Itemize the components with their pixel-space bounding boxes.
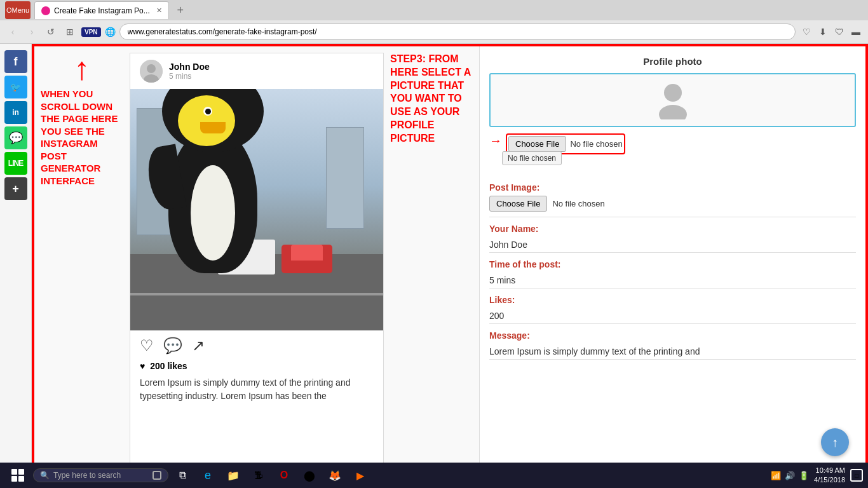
main-content: f 🐦 in 💬 LINE + ↑ WHEN YOU SCROLL DOWN T… bbox=[0, 44, 868, 488]
your-name-input[interactable] bbox=[489, 237, 856, 253]
address-bar[interactable] bbox=[119, 24, 796, 40]
linkedin-share-button[interactable]: in bbox=[4, 101, 27, 124]
menu-label: Menu bbox=[12, 6, 30, 14]
browser-titlebar: O Menu Create Fake Instagram Po... ✕ + bbox=[0, 0, 868, 20]
post-header: John Doe 5 mins bbox=[130, 53, 383, 89]
microphone-icon[interactable] bbox=[153, 471, 161, 480]
profile-placeholder-icon bbox=[657, 81, 689, 119]
winrar-icon[interactable]: 🗜 bbox=[247, 464, 270, 486]
line-share-button[interactable]: LINE bbox=[4, 152, 27, 175]
battery-icon[interactable]: ▬ bbox=[849, 25, 863, 39]
home-button[interactable]: ⊞ bbox=[62, 24, 78, 39]
your-name-label: Your Name: bbox=[489, 224, 856, 234]
edge-browser-icon[interactable]: e bbox=[196, 464, 219, 486]
profile-photo-preview bbox=[489, 73, 856, 127]
time-label: Time of the post: bbox=[489, 259, 856, 269]
up-arrow-icon: ↑ bbox=[74, 53, 90, 85]
profile-photo-title: Profile photo bbox=[489, 56, 856, 67]
likes-input[interactable] bbox=[489, 308, 856, 324]
page-wrapper: ↑ WHEN YOU SCROLL DOWN THE PAGE HERE YOU… bbox=[32, 44, 868, 488]
globe-icon: 🌐 bbox=[105, 27, 116, 37]
facebook-share-button[interactable]: f bbox=[4, 50, 27, 73]
right-annotation-text: STEP3: FROM HERE SELECT A PICTURE THAT Y… bbox=[390, 53, 473, 146]
bookmark-button[interactable]: ♡ bbox=[799, 25, 813, 39]
file-tooltip: No file chosen bbox=[502, 151, 562, 165]
chrome-icon[interactable]: ⬤ bbox=[298, 464, 321, 486]
post-image-label: Post Image: bbox=[489, 182, 856, 193]
time-input[interactable] bbox=[489, 273, 856, 288]
taskbar-search-input[interactable] bbox=[53, 471, 149, 480]
shield-icon[interactable]: 🛡 bbox=[832, 25, 846, 39]
opera-logo: O bbox=[6, 6, 12, 14]
browser-toolbar: ‹ › ↺ ⊞ VPN 🌐 ♡ ⬇ 🛡 ▬ bbox=[0, 20, 868, 43]
right-annotation-area: STEP3: FROM HERE SELECT A PICTURE THAT Y… bbox=[384, 46, 479, 486]
file-explorer-icon[interactable]: 📁 bbox=[222, 464, 245, 486]
post-image bbox=[130, 89, 383, 330]
taskbar: 🔍 ⧉ e 📁 🗜 O ⬤ 🦊 ▶ 📶 🔊 🔋 10:49 AM 4/15/20… bbox=[0, 463, 868, 488]
caption-text: Lorem Ipsum is simply dummy text of the … bbox=[140, 377, 350, 401]
whatsapp-share-button[interactable]: 💬 bbox=[4, 126, 27, 149]
battery-taskbar-icon[interactable]: 🔋 bbox=[799, 471, 809, 480]
more-share-button[interactable]: + bbox=[4, 177, 27, 200]
opera-taskbar-icon[interactable]: O bbox=[273, 464, 295, 486]
svg-point-1 bbox=[147, 64, 156, 73]
form-panel: Profile photo → Choose File No file chos… bbox=[479, 46, 865, 486]
taskbar-search-bar[interactable]: 🔍 bbox=[33, 468, 168, 482]
start-button[interactable] bbox=[5, 464, 31, 486]
windows-logo-icon bbox=[11, 469, 24, 482]
post-user-info: John Doe 5 mins bbox=[169, 62, 210, 81]
tab-title: Create Fake Instagram Po... bbox=[54, 6, 150, 15]
message-label: Message: bbox=[489, 330, 856, 341]
heart-filled-icon: ♥ bbox=[140, 361, 145, 371]
share-action-icon[interactable]: ↗ bbox=[192, 337, 205, 355]
forward-button[interactable]: › bbox=[24, 24, 39, 39]
firefox-icon[interactable]: 🦊 bbox=[323, 464, 346, 486]
post-image-chosen-text: No file chosen bbox=[552, 199, 604, 208]
avatar bbox=[140, 60, 163, 83]
notification-center-button[interactable]: □ bbox=[850, 469, 863, 482]
tab-close-button[interactable]: ✕ bbox=[156, 6, 162, 15]
instagram-post: John Doe 5 mins bbox=[130, 53, 384, 480]
back-button[interactable]: ‹ bbox=[5, 24, 20, 39]
search-icon: 🔍 bbox=[40, 471, 50, 480]
tab-favicon bbox=[41, 6, 50, 15]
comment-action-icon[interactable]: 💬 bbox=[163, 337, 182, 355]
refresh-button[interactable]: ↺ bbox=[43, 24, 58, 39]
post-caption: Lorem Ipsum is simply dummy text of the … bbox=[130, 376, 383, 409]
post-image-section: Post Image: Choose File No file chosen bbox=[489, 182, 856, 217]
browser-chrome: O Menu Create Fake Instagram Po... ✕ + ‹… bbox=[0, 0, 868, 44]
opera-menu-button[interactable]: O Menu bbox=[5, 1, 31, 19]
task-view-button[interactable]: ⧉ bbox=[171, 464, 194, 486]
scroll-up-button[interactable]: ↑ bbox=[821, 428, 849, 456]
post-image-choose-file-button[interactable]: Choose File bbox=[489, 196, 547, 212]
likes-section: Likes: bbox=[489, 295, 856, 324]
system-tray-icons: 📶 🔊 🔋 bbox=[771, 471, 809, 480]
vlc-icon[interactable]: ▶ bbox=[349, 464, 372, 486]
twitter-share-button[interactable]: 🐦 bbox=[4, 76, 27, 98]
likes-label: Likes: bbox=[489, 295, 856, 305]
taskbar-clock[interactable]: 10:49 AM 4/15/2018 bbox=[814, 466, 845, 485]
profile-photo-input-row: → Choose File No file chosen No file cho… bbox=[489, 133, 856, 154]
post-image-input-row: Choose File No file chosen bbox=[489, 196, 856, 212]
right-arrow-annotation: → bbox=[489, 133, 502, 148]
message-input[interactable] bbox=[489, 344, 856, 360]
toolbar-icons: ♡ ⬇ 🛡 ▬ bbox=[799, 25, 863, 39]
volume-icon[interactable]: 🔊 bbox=[785, 471, 795, 480]
download-button[interactable]: ⬇ bbox=[816, 25, 830, 39]
browser-tab[interactable]: Create Fake Instagram Po... ✕ bbox=[34, 1, 169, 19]
your-name-section: Your Name: bbox=[489, 224, 856, 253]
time-section: Time of the post: bbox=[489, 259, 856, 288]
likes-label: 200 likes bbox=[150, 361, 187, 371]
profile-choose-file-button[interactable]: Choose File bbox=[508, 136, 566, 152]
profile-file-chosen-text: No file chosen bbox=[570, 139, 622, 149]
svg-point-3 bbox=[664, 84, 682, 102]
like-action-icon[interactable]: ♡ bbox=[140, 337, 154, 355]
date-display: 4/15/2018 bbox=[814, 475, 845, 485]
vpn-badge: VPN bbox=[81, 27, 101, 37]
message-section: Message: bbox=[489, 330, 856, 360]
new-tab-button[interactable]: + bbox=[173, 3, 188, 18]
network-icon[interactable]: 📶 bbox=[771, 471, 781, 480]
post-username: John Doe bbox=[169, 62, 210, 72]
post-time: 5 mins bbox=[169, 72, 210, 81]
post-actions: ♡ 💬 ↗ bbox=[130, 330, 383, 361]
